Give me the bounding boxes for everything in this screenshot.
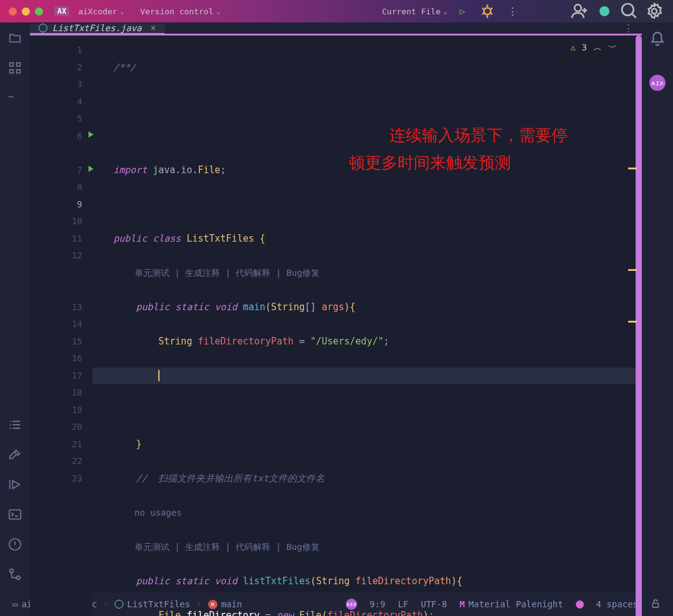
titlebar: AX aiXcoder⌄ Version control⌄ Current Fi… bbox=[0, 0, 673, 22]
current-file-dropdown[interactable]: Current File⌄ bbox=[382, 7, 447, 16]
more-icon[interactable]: ⋮ bbox=[502, 1, 522, 21]
line-gutter: 123456 789101112 1314151617181920212223 bbox=[30, 36, 92, 616]
app-name-dropdown[interactable]: aiXcoder⌄ bbox=[78, 7, 124, 16]
structure-icon[interactable] bbox=[8, 61, 22, 75]
hammer-icon[interactable] bbox=[8, 448, 22, 462]
minimap-scrollbar[interactable] bbox=[636, 36, 642, 616]
git-icon[interactable] bbox=[8, 567, 22, 581]
add-user-icon[interactable] bbox=[570, 1, 589, 21]
code-lens-hint[interactable]: 单元测试 | 生成注释 | 代码解释 | Bug修复 bbox=[113, 265, 642, 282]
svg-rect-4 bbox=[10, 63, 14, 67]
svg-rect-7 bbox=[17, 70, 21, 73]
app-badge: AX bbox=[54, 6, 69, 16]
close-tab-icon[interactable]: × bbox=[150, 22, 156, 34]
svg-point-3 bbox=[652, 9, 657, 14]
svg-rect-9 bbox=[9, 510, 21, 519]
minimize-window-icon[interactable] bbox=[22, 7, 30, 16]
code-area[interactable]: /**/ import java.io.File; public class L… bbox=[92, 36, 642, 616]
tab-menu-icon[interactable]: ⋮ bbox=[615, 22, 642, 34]
left-sidebar: ⋯ bbox=[0, 22, 30, 592]
editor[interactable]: 123456 789101112 1314151617181920212223 … bbox=[30, 36, 642, 616]
code-lens-hint[interactable]: 单元测试 | 生成注释 | 代码解释 | Bug修复 bbox=[135, 542, 320, 552]
settings-icon[interactable] bbox=[644, 1, 664, 21]
svg-rect-6 bbox=[10, 70, 14, 73]
bell-icon[interactable] bbox=[649, 31, 666, 47]
tab-label: ListTxtFiles.java bbox=[52, 23, 141, 33]
search-icon[interactable] bbox=[619, 1, 639, 21]
nav-up-icon[interactable]: ︿ bbox=[593, 39, 602, 57]
tab-file[interactable]: ListTxtFiles.java × bbox=[30, 24, 165, 35]
svg-rect-5 bbox=[17, 63, 21, 67]
svg-point-12 bbox=[17, 576, 21, 580]
warning-icon[interactable] bbox=[8, 538, 22, 551]
svg-point-2 bbox=[622, 4, 634, 16]
version-control-dropdown[interactable]: Version control⌄ bbox=[140, 7, 220, 16]
annotation-overlay: 连续输入场景下，需要停顿更多时间来触发预测 bbox=[349, 95, 623, 205]
chevron-down-icon: ⌄ bbox=[217, 8, 221, 15]
more-icon[interactable]: ⋯ bbox=[8, 91, 22, 105]
folder-icon[interactable] bbox=[8, 31, 22, 45]
chevron-down-icon: ⌄ bbox=[444, 8, 447, 15]
run-icon[interactable]: ▷ bbox=[452, 1, 472, 21]
editor-badges[interactable]: ⚠3 ︿ ﹀ bbox=[570, 39, 617, 57]
svg-point-0 bbox=[484, 8, 491, 15]
java-file-icon bbox=[39, 24, 47, 32]
text-caret bbox=[158, 370, 160, 381]
right-sidebar: ᴀɪx bbox=[642, 22, 673, 592]
svg-marker-8 bbox=[12, 481, 19, 489]
chevron-down-icon: ⌄ bbox=[120, 8, 124, 15]
svg-point-11 bbox=[10, 569, 14, 573]
list-icon[interactable] bbox=[8, 418, 22, 432]
maximize-window-icon[interactable] bbox=[35, 7, 43, 16]
lock-icon[interactable] bbox=[651, 599, 661, 610]
aix-badge-icon[interactable]: ᴀɪx bbox=[649, 75, 666, 91]
terminal-icon[interactable] bbox=[8, 508, 22, 521]
avatar-icon[interactable] bbox=[594, 1, 614, 21]
debug-icon[interactable] bbox=[477, 1, 497, 21]
close-window-icon[interactable] bbox=[9, 7, 17, 16]
nav-down-icon[interactable]: ﹀ bbox=[608, 39, 617, 57]
play-icon[interactable] bbox=[8, 478, 22, 491]
svg-rect-13 bbox=[652, 603, 658, 607]
svg-point-1 bbox=[575, 4, 581, 11]
editor-tabs: ListTxtFiles.java × ⋮ bbox=[30, 22, 642, 36]
warning-triangle-icon: ⚠ bbox=[570, 39, 575, 57]
